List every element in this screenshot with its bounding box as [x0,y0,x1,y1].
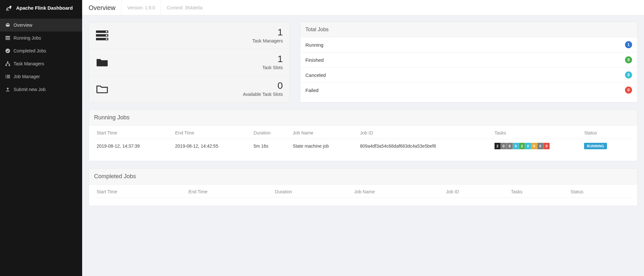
upload-icon [5,87,10,92]
cluster-stats-card: 1 Task Managers 1 Task Slots [89,22,290,102]
svg-rect-3 [5,39,10,40]
folder-icon [95,56,109,68]
cell-job-id: 809a4df3a54c68daf683dc4a53e5bef6 [358,139,492,153]
version-value: 1.9.0 [145,5,155,10]
svg-rect-1 [5,36,10,37]
cell-tasks: 200020000 [492,139,582,153]
task-count-cell: 2 [495,143,501,149]
svg-rect-12 [5,78,6,78]
col-tasks: Tasks [492,126,582,139]
task-count-cell: 0 [525,143,531,149]
svg-rect-9 [7,75,10,76]
svg-rect-18 [106,31,107,32]
completed-jobs-table: Start Time End Time Duration Job Name Jo… [94,185,632,198]
col-duration: Duration [251,126,290,139]
total-jobs-count-badge: 0 [625,56,632,63]
sidebar-item-label: Submit new Job [14,87,46,92]
sidebar-item-task-managers[interactable]: Task Managers [0,57,82,70]
total-jobs-label: Failed [305,87,319,93]
table-header-row: Start Time End Time Duration Job Name Jo… [94,126,632,139]
stat-value: 0 [243,81,283,90]
col-tasks: Tasks [508,185,568,198]
sidebar-item-label: Task Managers [14,61,44,66]
sidebar-item-completed-jobs[interactable]: Completed Jobs [0,44,82,57]
task-count-cell: 0 [537,143,543,149]
col-job-id: Job ID [443,185,508,198]
sidebar-item-overview[interactable]: Overview [0,19,82,32]
sidebar-item-label: Running Jobs [14,35,41,41]
gauge-icon [5,23,10,28]
col-start-time: Start Time [94,126,173,139]
sidebar-item-label: Completed Jobs [14,48,46,53]
stat-label: Task Slots [262,65,283,70]
col-duration: Duration [272,185,351,198]
flink-logo-icon [5,4,13,12]
stat-value: 1 [262,54,283,64]
svg-point-0 [10,6,12,8]
sidebar-brand: Apache Flink Dashboard [0,0,82,15]
col-job-name: Job Name [290,126,358,139]
sidebar-item-running-jobs[interactable]: Running Jobs [0,32,82,44]
cell-duration: 5m 16s [251,139,290,153]
total-jobs-count-badge: 0 [625,71,632,78]
task-count-cell: 0 [507,143,513,149]
svg-rect-20 [106,39,107,40]
sidebar: Apache Flink Dashboard Overview Running … [0,0,82,276]
total-jobs-row: Failed0 [300,83,637,97]
stat-value: 1 [252,27,283,37]
svg-point-4 [5,49,10,53]
stat-label: Task Managers [252,38,283,43]
running-jobs-panel: Running Jobs Start Time End Time Duratio… [89,109,638,161]
total-jobs-label: Finished [305,57,324,63]
col-status: Status [582,126,632,139]
task-count-cell: 0 [531,143,537,149]
cell-start-time: 2019-08-12, 14:37:39 [94,139,173,153]
page-title: Overview [89,0,121,15]
running-jobs-table: Start Time End Time Duration Job Name Jo… [94,126,632,153]
server-icon [95,30,109,41]
svg-rect-5 [7,61,8,63]
sitemap-icon [5,61,10,66]
folder-outline-icon [95,83,109,95]
commit-label: Commit: [167,5,184,10]
total-jobs-row: Running1 [300,37,637,52]
content: 1 Task Managers 1 Task Slots [82,15,644,212]
cell-status: RUNNING [582,139,632,153]
table-header-row: Start Time End Time Duration Job Name Jo… [94,185,632,198]
col-job-id: Job ID [358,126,492,139]
total-jobs-row: Canceled0 [300,68,637,83]
commit-meta: Commit: 354de0a [167,0,208,15]
total-jobs-label: Running [305,42,323,48]
sidebar-item-submit-job[interactable]: Submit new Job [0,83,82,96]
bars-icon [5,35,10,41]
svg-rect-2 [5,38,10,39]
sidebar-nav: Overview Running Jobs Completed Jobs Tas… [0,19,82,96]
sidebar-item-label: Overview [14,23,32,28]
total-jobs-label: Canceled [305,72,326,78]
table-row[interactable]: 2019-08-12, 14:37:392019-08-12, 14:42:55… [94,139,632,153]
task-count-cell: 0 [513,143,519,149]
topbar: Overview Version: 1.9.0 Commit: 354de0a [82,0,644,15]
total-jobs-count-badge: 0 [625,87,632,94]
total-jobs-row: Finished0 [300,52,637,68]
completed-jobs-panel: Completed Jobs Start Time End Time Durat… [89,168,638,206]
col-start-time: Start Time [94,185,186,198]
svg-rect-7 [9,65,10,66]
version-label: Version: [127,5,144,10]
list-icon [5,74,10,79]
total-jobs-title: Total Jobs [300,22,637,37]
task-count-cell: 2 [519,143,525,149]
task-count-cell: 0 [501,143,507,149]
svg-rect-11 [7,76,10,77]
svg-rect-19 [106,35,107,36]
stat-task-slots: 1 Task Slots [89,49,289,76]
stat-available-slots: 0 Available Task Slots [89,76,289,102]
svg-rect-8 [5,75,6,76]
total-jobs-card: Total Jobs Running1Finished0Canceled0Fai… [300,22,638,102]
completed-jobs-title: Completed Jobs [89,169,637,185]
sidebar-item-job-manager[interactable]: Job Manager [0,70,82,83]
svg-rect-10 [5,76,6,77]
stat-label: Available Task Slots [243,92,283,97]
main: Overview Version: 1.9.0 Commit: 354de0a [82,0,644,276]
task-count-cell: 0 [543,143,550,149]
